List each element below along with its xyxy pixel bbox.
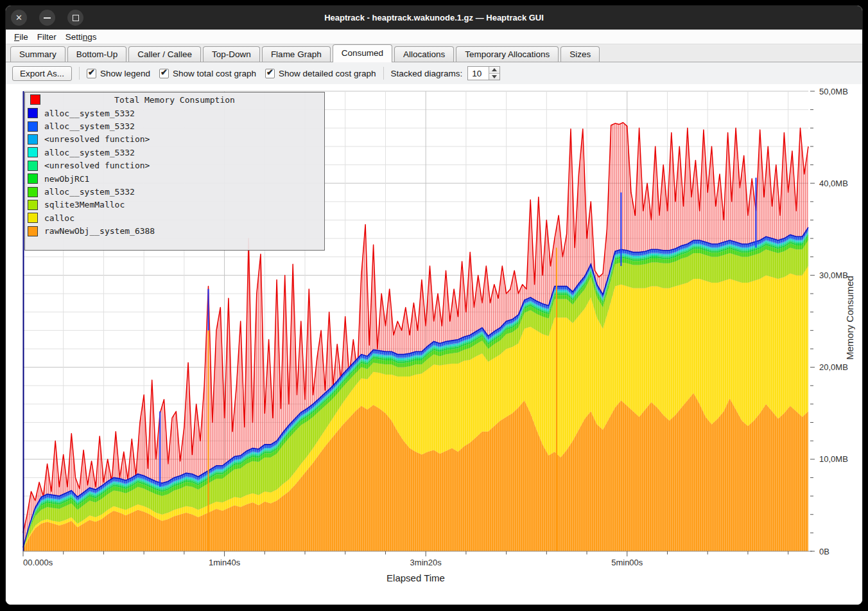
legend-swatch: [28, 121, 38, 132]
legend-item: alloc__system_5332: [25, 185, 324, 198]
maximize-icon: [73, 15, 79, 21]
tab-summary[interactable]: Summary: [10, 46, 65, 62]
menubar: FileFilterSettings: [6, 30, 862, 44]
legend-label: alloc__system_5332: [44, 121, 135, 131]
checkbox-icon: ✔: [265, 69, 275, 78]
titlebar: ✕ Heaptrack - heaptrack.wakunode.1.gz — …: [6, 6, 862, 30]
chevron-down-icon: [492, 75, 497, 78]
legend-item: <unresolved function>: [25, 159, 324, 172]
legend-label: sqlite3MemMalloc: [44, 200, 125, 209]
checkbox-show-total-cost-graph[interactable]: ✔Show total cost graph: [159, 69, 256, 78]
legend-label: <unresolved function>: [44, 134, 150, 144]
legend-label: calloc: [44, 213, 74, 223]
legend-label: alloc__system_5332: [44, 187, 135, 197]
menu-filter[interactable]: Filter: [33, 31, 61, 43]
y-tick-label: 0B: [819, 547, 829, 556]
legend-item: rawNewObj__system_6388: [25, 225, 324, 238]
x-tick-label: 3min20s: [410, 558, 442, 567]
checkbox-label: Show detailed cost graph: [279, 69, 376, 78]
chevron-up-icon: [492, 68, 497, 71]
menu-file[interactable]: File: [10, 31, 33, 43]
legend-label: rawNewObj__system_6388: [44, 226, 155, 236]
close-button[interactable]: ✕: [11, 10, 27, 26]
tabbar: SummaryBottom-UpCaller / CalleeTop-DownF…: [6, 44, 862, 62]
close-icon: ✕: [15, 13, 22, 22]
legend-swatch: [28, 173, 38, 184]
x-tick-label: 5min00s: [611, 558, 643, 567]
x-tick-label: 1min40s: [209, 558, 241, 567]
export-as-button[interactable]: Export As...: [12, 66, 72, 81]
legend-label: alloc__system_5332: [44, 109, 135, 118]
tab-top-down[interactable]: Top-Down: [203, 46, 260, 62]
checkbox-icon: ✔: [87, 69, 96, 78]
maximize-button[interactable]: [67, 10, 83, 26]
stacked-diagrams-value: 10: [468, 67, 489, 80]
legend-swatch: [30, 94, 40, 105]
x-tick-label: 00.000s: [23, 558, 53, 567]
consumed-chart: 0B10,0MB20,0MB30,0MB40,0MB50,0MB00.000s1…: [6, 84, 862, 605]
stacked-diagrams-label: Stacked diagrams:: [391, 69, 463, 78]
tab-flame-graph[interactable]: Flame Graph: [262, 46, 331, 62]
legend-item: alloc__system_5332: [25, 146, 324, 159]
tab-consumed[interactable]: Consumed: [333, 44, 392, 62]
legend-swatch: [28, 226, 38, 236]
tab-bottom-up[interactable]: Bottom-Up: [67, 46, 127, 62]
tab-temporary-allocations[interactable]: Temporary Allocations: [456, 46, 559, 62]
tab-allocations[interactable]: Allocations: [394, 46, 454, 62]
legend-label: newObjRC1: [44, 174, 89, 184]
legend-label: <unresolved function>: [44, 161, 150, 170]
legend-item: newObjRC1: [25, 172, 324, 185]
legend-swatch: [28, 161, 38, 171]
chart-legend: Total Memory Consumptionalloc__system_53…: [24, 92, 325, 251]
toolbar-separator: [79, 67, 80, 80]
stacked-diagrams-stepper[interactable]: 10: [467, 66, 500, 80]
toolbar: Export As... ✔Show legend✔Show total cos…: [6, 62, 862, 84]
stepper-down-button[interactable]: [489, 73, 499, 80]
legend-title: Total Memory Consumption: [25, 95, 324, 105]
menu-settings[interactable]: Settings: [61, 31, 101, 43]
legend-title-row: Total Memory Consumption: [25, 93, 324, 107]
tab-caller-callee[interactable]: Caller / Callee: [128, 46, 201, 62]
checkbox-show-detailed-cost-graph[interactable]: ✔Show detailed cost graph: [265, 69, 376, 78]
legend-item: sqlite3MemMalloc: [25, 199, 324, 211]
legend-swatch: [28, 134, 38, 145]
minimize-icon: [44, 17, 51, 19]
checkbox-icon: ✔: [159, 69, 169, 78]
app-window: ✕ Heaptrack - heaptrack.wakunode.1.gz — …: [5, 5, 863, 605]
legend-item: alloc__system_5332: [25, 107, 324, 120]
tab-sizes[interactable]: Sizes: [560, 46, 600, 62]
legend-swatch: [28, 200, 38, 210]
legend-item: alloc__system_5332: [25, 120, 324, 132]
legend-item: <unresolved function>: [25, 133, 324, 146]
stepper-up-button[interactable]: [489, 67, 499, 73]
legend-swatch: [28, 187, 38, 197]
window-title: Heaptrack - heaptrack.wakunode.1.gz — He…: [324, 13, 544, 22]
toolbar-separator: [383, 67, 384, 80]
legend-swatch: [28, 213, 38, 223]
legend-item: calloc: [25, 211, 324, 224]
minimize-button[interactable]: [39, 10, 55, 26]
x-axis-title: Elapsed Time: [23, 572, 808, 583]
window-controls: ✕: [11, 10, 83, 26]
checkbox-label: Show total cost graph: [173, 69, 256, 78]
legend-swatch: [28, 147, 38, 157]
checkbox-show-legend[interactable]: ✔Show legend: [87, 69, 150, 78]
y-axis-title: Memory Consumed: [844, 84, 860, 551]
legend-label: alloc__system_5332: [44, 148, 135, 157]
checkbox-label: Show legend: [100, 69, 150, 78]
legend-swatch: [28, 108, 38, 118]
